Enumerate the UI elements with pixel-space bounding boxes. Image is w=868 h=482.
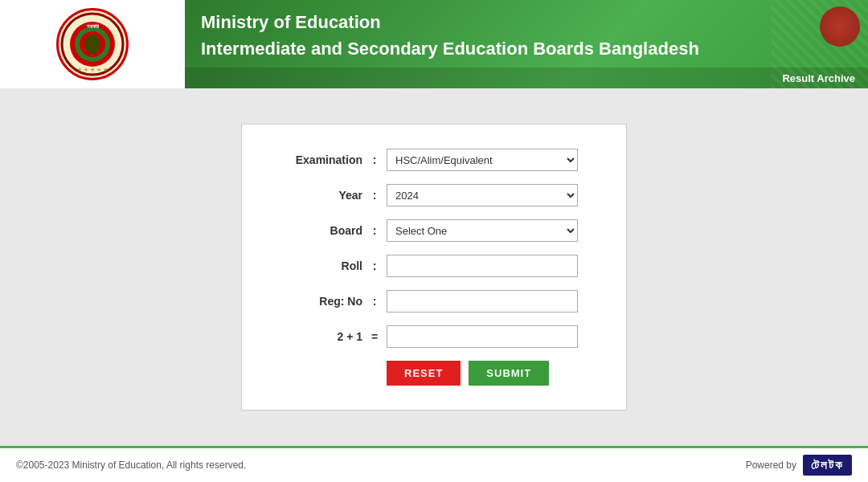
board-sep: : xyxy=(362,224,387,237)
roll-row: Roll : xyxy=(290,255,578,277)
roll-label: Roll xyxy=(290,259,362,272)
svg-point-4 xyxy=(84,35,100,54)
year-row: Year : 2024 2023 2022 2021 2020 xyxy=(290,184,578,206)
roll-input[interactable] xyxy=(387,255,578,277)
board-select[interactable]: Select One Dhaka Rajshahi Chittagong Com… xyxy=(387,219,578,242)
powered-by-label: Powered by xyxy=(746,460,796,471)
captcha-row: 2 + 1 = xyxy=(290,325,578,348)
footer: ©2005-2023 Ministry of Education, All ri… xyxy=(0,446,868,482)
header: ★ ★ ★ ★ ★ সরকার Ministry of Education In… xyxy=(0,0,868,88)
captcha-input[interactable] xyxy=(387,325,578,348)
svg-text:★ ★ ★ ★ ★: ★ ★ ★ ★ ★ xyxy=(77,67,108,72)
ministry-title: Ministry of Education xyxy=(201,12,852,33)
year-label: Year xyxy=(290,189,362,202)
examination-label: Examination xyxy=(290,153,362,166)
reset-button[interactable]: RESET xyxy=(387,361,461,386)
board-label: Board xyxy=(290,224,362,237)
header-decoration xyxy=(820,6,860,47)
regno-label: Reg: No xyxy=(290,295,362,308)
svg-text:সরকার: সরকার xyxy=(87,23,100,29)
board-row: Board : Select One Dhaka Rajshahi Chitta… xyxy=(290,219,578,242)
logo: ★ ★ ★ ★ ★ সরকার xyxy=(56,8,129,80)
year-select[interactable]: 2024 2023 2022 2021 2020 xyxy=(387,184,578,206)
examination-select[interactable]: HSC/Alim/Equivalent SSC/Dakhil/Equivalen… xyxy=(387,149,578,171)
main-content: Examination : HSC/Alim/Equivalent SSC/Da… xyxy=(0,88,868,446)
captcha-label: 2 + 1 xyxy=(290,330,362,343)
form-box: Examination : HSC/Alim/Equivalent SSC/Da… xyxy=(241,124,627,411)
regno-row: Reg: No : xyxy=(290,290,578,312)
regno-sep: : xyxy=(362,295,387,308)
examination-row: Examination : HSC/Alim/Equivalent SSC/Da… xyxy=(290,149,578,171)
button-row: RESET SUBMIT xyxy=(290,361,578,386)
header-green: Ministry of Education Intermediate and S… xyxy=(185,0,868,88)
regno-input[interactable] xyxy=(387,290,578,312)
powered-by-section: Powered by টেলটক xyxy=(746,455,852,476)
teletalk-logo: টেলটক xyxy=(803,455,852,476)
header-nav[interactable]: Result Archive xyxy=(185,67,868,88)
roll-sep: : xyxy=(362,259,387,272)
submit-button[interactable]: SUBMIT xyxy=(469,361,549,386)
captcha-sep: = xyxy=(362,330,387,343)
result-archive-link[interactable]: Result Archive xyxy=(782,72,855,84)
copyright-text: ©2005-2023 Ministry of Education, All ri… xyxy=(16,460,246,471)
year-sep: : xyxy=(362,189,387,202)
header-top: Ministry of Education Intermediate and S… xyxy=(185,0,868,67)
logo-section: ★ ★ ★ ★ ★ সরকার xyxy=(0,0,185,88)
board-title: Intermediate and Secondary Education Boa… xyxy=(201,38,852,61)
examination-sep: : xyxy=(362,153,387,166)
